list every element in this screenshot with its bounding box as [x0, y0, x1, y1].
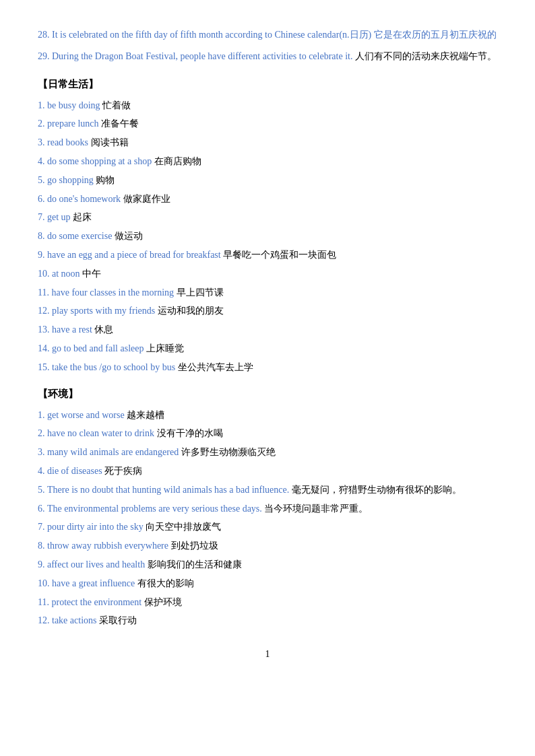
item-num: 4. [38, 466, 45, 476]
item-en: do one's homework [47, 194, 121, 204]
list-item: 6. The environmental problems are very s… [38, 501, 497, 517]
item-en: have four classes in the morning [51, 287, 174, 298]
item-en: prepare lunch [47, 118, 99, 129]
item-en: take the bus /go to school by bus [52, 362, 175, 372]
section-daily-title: 【日常生活】 [38, 78, 497, 91]
item-num: 3. [38, 137, 45, 147]
item-num: 4. [38, 156, 45, 166]
item-num: 12. [38, 306, 50, 316]
item-zh: 影响我们的生活和健康 [148, 559, 242, 570]
list-item: 1. get worse and worse 越来越槽 [38, 407, 497, 423]
list-item: 12. take actions 采取行动 [38, 613, 497, 629]
item-en: pour dirty air into the sky [47, 522, 144, 532]
item-en: read books [47, 137, 88, 147]
item-en: have a great influence [52, 578, 135, 588]
section-env-title: 【环境】 [38, 388, 497, 401]
intro-28-text: 28. It is celebrated on the fifth day of… [38, 30, 497, 40]
item-zh: 早餐吃一个鸡蛋和一块面包 [223, 250, 336, 260]
item-num: 7. [38, 212, 45, 222]
list-item: 6. do one's homework 做家庭作业 [38, 191, 497, 207]
item-zh: 死于疾病 [104, 466, 142, 476]
list-item: 8. do some exercise 做运动 [38, 228, 497, 244]
item-zh: 早上四节课 [177, 287, 224, 298]
item-num: 1. [38, 410, 45, 420]
list-item: 15. take the bus /go to school by bus 坐公… [38, 359, 497, 376]
list-item: 10. have a great influence 有很大的影响 [38, 576, 497, 592]
item-en: There is no doubt that hunting wild anim… [47, 485, 289, 495]
item-en: get worse and worse [47, 410, 125, 420]
intro-29-en: 29. During the Dragon Boat Festival, peo… [38, 51, 352, 61]
item-en: go to bed and fall asleep [52, 343, 144, 353]
item-zh: 做运动 [115, 231, 143, 241]
item-en: do some exercise [47, 231, 112, 241]
list-item: 9. affect our lives and health 影响我们的生活和健… [38, 557, 497, 573]
item-en: at noon [52, 269, 80, 279]
item-en: many wild animals are endangered [47, 447, 179, 457]
list-item: 8. throw away rubbish everywhere 到处扔垃圾 [38, 538, 497, 554]
item-en: die of diseases [47, 466, 102, 476]
item-num: 2. [38, 118, 45, 129]
item-num: 2. [38, 428, 45, 438]
item-en: be busy doing [47, 100, 100, 110]
item-zh: 阅读书籍 [91, 137, 129, 147]
item-zh: 中午 [82, 269, 101, 279]
item-zh: 购物 [96, 175, 115, 185]
item-num: 8. [38, 231, 45, 241]
list-item: 4. die of diseases 死于疾病 [38, 463, 497, 479]
page-number: 1 [38, 649, 497, 660]
item-zh: 到处扔垃圾 [171, 541, 218, 551]
list-item: 3. read books 阅读书籍 [38, 135, 497, 151]
section-daily-life: 【日常生活】 1. be busy doing 忙着做 2. prepare l… [38, 78, 497, 376]
list-item: 7. pour dirty air into the sky 向天空中排放废气 [38, 519, 497, 535]
item-num: 8. [38, 541, 45, 551]
item-zh: 起床 [73, 212, 92, 222]
intro-item-28: 28. It is celebrated on the fifth day of… [38, 27, 497, 43]
list-item: 10. at noon 中午 [38, 266, 497, 282]
item-zh: 准备午餐 [101, 118, 139, 129]
intro-29-zh: 人们有不同的活动来庆祝端午节。 [355, 51, 497, 61]
item-en: have a rest [52, 324, 92, 335]
list-item: 2. have no clean water to drink 没有干净的水喝 [38, 425, 497, 442]
item-zh: 做家庭作业 [123, 194, 170, 204]
item-en: do some shopping at a shop [47, 156, 152, 166]
item-zh: 当今环境问题非常严重。 [264, 504, 368, 514]
item-zh: 坐公共汽车去上学 [178, 362, 253, 372]
list-item: 7. get up 起床 [38, 209, 497, 226]
item-zh: 忙着做 [102, 100, 131, 110]
item-num: 5. [38, 485, 45, 495]
item-en: The environmental problems are very seri… [47, 504, 262, 514]
list-item: 5. There is no doubt that hunting wild a… [38, 482, 497, 498]
item-en: take actions [52, 615, 96, 625]
item-num: 10. [38, 578, 50, 588]
item-en: have an egg and a piece of bread for bre… [47, 250, 221, 260]
list-item: 4. do some shopping at a shop 在商店购物 [38, 153, 497, 170]
item-num: 3. [38, 447, 45, 457]
section-environment: 【环境】 1. get worse and worse 越来越槽 2. have… [38, 388, 497, 629]
list-item: 13. have a rest 休息 [38, 322, 497, 338]
item-en: affect our lives and health [47, 559, 145, 570]
item-num: 15. [38, 362, 50, 372]
item-en: play sports with my friends [52, 306, 155, 316]
item-en: protect the environment [51, 597, 141, 607]
item-num: 9. [38, 250, 45, 260]
intro-item-29: 29. During the Dragon Boat Festival, peo… [38, 48, 497, 65]
item-en: throw away rubbish everywhere [47, 541, 168, 551]
list-item: 11. have four classes in the morning 早上四… [38, 285, 497, 301]
list-item: 9. have an egg and a piece of bread for … [38, 247, 497, 263]
item-zh: 许多野生动物濒临灭绝 [181, 447, 276, 457]
item-en: have no clean water to drink [47, 428, 154, 438]
item-num: 11. [38, 597, 49, 607]
item-num: 10. [38, 269, 50, 279]
item-zh: 运动和我的朋友 [158, 306, 224, 316]
list-item: 2. prepare lunch 准备午餐 [38, 116, 497, 132]
item-zh: 保护环境 [144, 597, 182, 607]
item-zh: 没有干净的水喝 [157, 428, 223, 438]
item-num: 14. [38, 343, 50, 353]
list-item: 14. go to bed and fall asleep 上床睡觉 [38, 341, 497, 357]
item-zh: 有很大的影响 [137, 578, 194, 588]
list-item: 12. play sports with my friends 运动和我的朋友 [38, 303, 497, 319]
item-num: 9. [38, 559, 45, 570]
item-num: 7. [38, 522, 45, 532]
item-en: go shopping [47, 175, 94, 185]
item-num: 13. [38, 324, 50, 335]
